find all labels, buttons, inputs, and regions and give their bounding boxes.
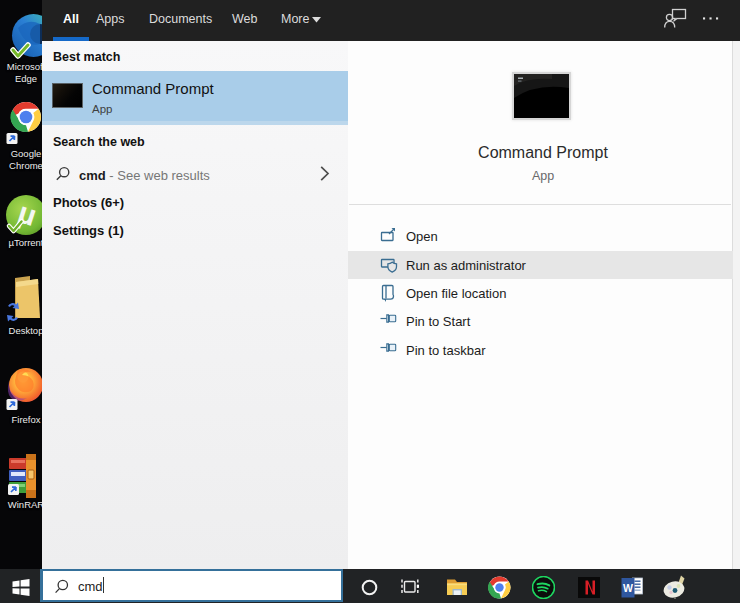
svg-text:W: W	[623, 582, 633, 594]
